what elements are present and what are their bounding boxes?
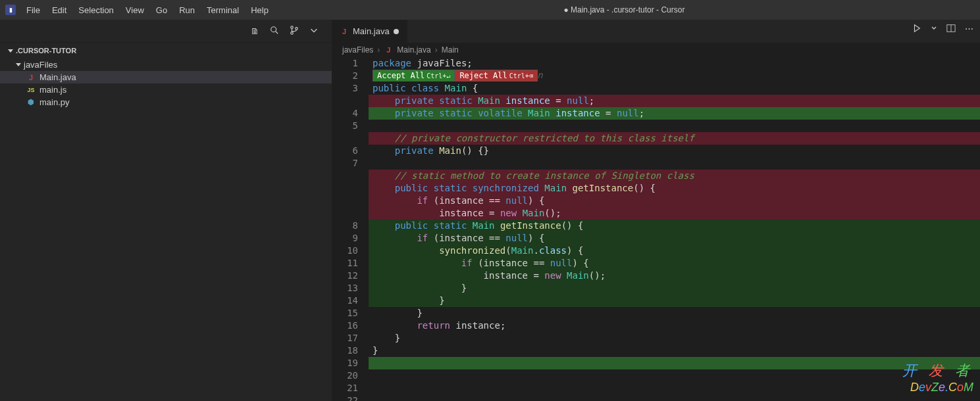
menu-edit[interactable]: Edit (47, 3, 72, 18)
file-Main-java[interactable]: JMain.java (0, 71, 332, 83)
svg-point-0 (271, 26, 276, 32)
tab-label: Main.java (353, 26, 390, 36)
code-line[interactable]: public static synchronized Main getInsta… (369, 182, 980, 195)
tab-main-java[interactable]: J Main.java (332, 20, 407, 43)
code-content[interactable]: package javaFiles; public class Main { p… (369, 57, 980, 401)
search-icon[interactable] (270, 26, 279, 37)
split-editor-icon[interactable] (946, 24, 956, 35)
chevron-right-icon: › (435, 45, 438, 55)
branch-icon[interactable] (290, 26, 299, 37)
crumb-symbol[interactable]: Main (442, 45, 459, 55)
code-line[interactable]: return instance; (369, 319, 980, 332)
svg-point-3 (291, 32, 294, 34)
accept-all-button[interactable]: Accept All Ctrl+↵ (373, 70, 455, 82)
app-icon: ▮ (5, 5, 16, 15)
chevron-down-icon[interactable] (309, 26, 319, 37)
code-editor[interactable]: 12345678910111213141516171819202122 pack… (332, 57, 980, 401)
diff-action-bar: Accept All Ctrl+↵ Reject All Ctrl+⌫ (373, 70, 538, 82)
folder-label: javaFiles (24, 60, 57, 70)
menu-selection[interactable]: Selection (73, 3, 118, 18)
code-line[interactable]: public class Main { (369, 82, 980, 95)
svg-point-4 (296, 27, 298, 30)
line-gutter: 12345678910111213141516171819202122 (332, 57, 369, 401)
explorer-sidebar: 🗎 .CURSOR-TUTOR javaFiles JMain.javaJSma… (0, 20, 332, 401)
menu-file[interactable]: File (21, 3, 45, 18)
java-file-icon: J (384, 46, 393, 54)
code-line[interactable]: } (369, 295, 980, 307)
code-line[interactable]: } (369, 332, 980, 344)
file-label: main.js (39, 85, 66, 95)
file-icon: ⬢ (26, 98, 36, 106)
root-label: .CURSOR-TUTOR (16, 47, 76, 55)
tab-bar: J Main.java (332, 20, 980, 43)
code-line[interactable]: instance = new Main(); (369, 207, 980, 220)
code-line[interactable]: public static Main getInstance() { (369, 220, 980, 232)
code-line[interactable] (369, 382, 980, 394)
run-icon[interactable] (912, 24, 921, 35)
menu-terminal[interactable]: Terminal (201, 3, 244, 18)
code-line[interactable]: instance = new Main(); (369, 270, 980, 282)
title-bar: ▮ FileEditSelectionViewGoRunTerminalHelp… (0, 0, 980, 20)
code-line[interactable] (369, 120, 980, 132)
code-line[interactable]: private static Main instance = null; (369, 95, 980, 107)
reject-label: Reject All (459, 71, 507, 80)
accept-kbd: Ctrl+↵ (426, 72, 450, 80)
file-label: main.py (39, 97, 70, 107)
new-file-icon[interactable]: 🗎 (251, 26, 259, 36)
code-line[interactable]: if (instance == null) { (369, 195, 980, 207)
reject-kbd: Ctrl+⌫ (509, 72, 533, 80)
reject-all-button[interactable]: Reject All Ctrl+⌫ (455, 70, 537, 82)
code-line[interactable]: private static volatile Main instance = … (369, 107, 980, 120)
java-file-icon: J (340, 28, 349, 35)
code-line[interactable]: } (369, 307, 980, 319)
code-line[interactable] (369, 157, 980, 170)
code-line[interactable]: } (369, 282, 980, 295)
code-line[interactable]: synchronized(Main.class) { (369, 245, 980, 257)
crumb-file[interactable]: Main.java (397, 45, 430, 55)
svg-point-2 (291, 26, 294, 28)
dirty-indicator-icon (394, 29, 399, 34)
code-line[interactable]: } (369, 344, 980, 357)
code-line[interactable] (369, 357, 980, 369)
breadcrumb[interactable]: javaFiles › J Main.java › Main (332, 43, 980, 57)
editor-area: J Main.java ⋯ javaFiles › J Main.java › … (332, 20, 980, 401)
editor-top-actions: ⋯ (912, 24, 973, 35)
run-chevron-icon[interactable] (931, 24, 937, 35)
menu-go[interactable]: Go (151, 3, 172, 18)
explorer-actions: 🗎 (0, 20, 332, 43)
svg-line-1 (276, 31, 278, 34)
window-title: ● Main.java - .cursor-tutor - Cursor (274, 5, 975, 14)
menu-view[interactable]: View (120, 3, 149, 18)
code-line[interactable]: if (instance == null) { (369, 257, 980, 270)
more-icon[interactable]: ⋯ (965, 24, 973, 35)
menu-run[interactable]: Run (174, 3, 200, 18)
code-line[interactable]: // static method to create instance of S… (369, 170, 980, 182)
code-line[interactable]: // private constructor restricted to thi… (369, 132, 980, 145)
code-line[interactable]: if (instance == null) { (369, 232, 980, 245)
chevron-down-icon (8, 49, 13, 53)
crumb-folder[interactable]: javaFiles (342, 45, 373, 55)
code-line[interactable]: private Main() {} (369, 145, 980, 157)
accept-label: Accept All (377, 71, 425, 80)
menu-help[interactable]: Help (245, 3, 274, 18)
folder-javafiles[interactable]: javaFiles (0, 59, 332, 71)
explorer-root[interactable]: .CURSOR-TUTOR (0, 43, 332, 59)
code-line[interactable] (369, 394, 980, 401)
chevron-right-icon: › (377, 45, 380, 55)
file-main-py[interactable]: ⬢main.py (0, 96, 332, 108)
file-main-js[interactable]: JSmain.js (0, 83, 332, 96)
file-icon: JS (26, 87, 36, 93)
menu-bar: FileEditSelectionViewGoRunTerminalHelp (21, 3, 274, 18)
code-line[interactable] (369, 369, 980, 382)
code-line[interactable]: package javaFiles; (369, 57, 980, 70)
chevron-down-icon (16, 63, 21, 66)
file-label: Main.java (39, 72, 76, 82)
watermark: 开 发 者 DevZe.CoM (902, 361, 973, 394)
file-icon: J (26, 74, 36, 82)
